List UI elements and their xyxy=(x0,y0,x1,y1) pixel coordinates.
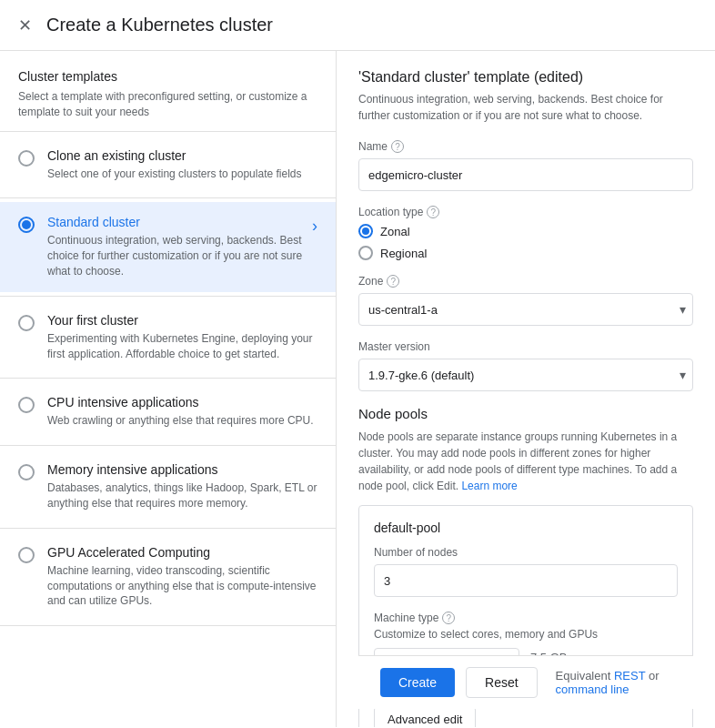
template-content-gpu: GPU Accelerated Computing Machine learni… xyxy=(47,545,317,609)
name-label: Name ? xyxy=(358,140,693,153)
left-panel-header: Cluster templates Select a template with… xyxy=(0,69,336,127)
zone-select[interactable]: us-central1-a us-central1-b us-central1-… xyxy=(358,293,693,326)
header: ✕ Create a Kubernetes cluster xyxy=(0,0,715,51)
right-panel: 'Standard cluster' template (edited) Con… xyxy=(337,51,715,727)
right-panel-subtitle: Continuous integration, web serving, bac… xyxy=(358,91,693,124)
node-pool-name: default-pool xyxy=(374,521,678,535)
name-input[interactable] xyxy=(358,158,693,191)
radio-memory xyxy=(18,464,35,480)
template-content-first: Your first cluster Experimenting with Ku… xyxy=(47,313,317,362)
node-pools-title: Node pools xyxy=(358,406,693,421)
name-field-group: Name ? xyxy=(358,140,693,191)
template-desc-first: Experimenting with Kubernetes Engine, de… xyxy=(47,331,317,362)
advanced-edit-button[interactable]: Advanced edit xyxy=(374,706,476,727)
left-panel: Cluster templates Select a template with… xyxy=(0,51,337,727)
zone-help-icon[interactable]: ? xyxy=(387,275,399,288)
template-item-cpu[interactable]: CPU intensive applications Web crawling … xyxy=(0,382,336,441)
template-name-clone: Clone an existing cluster xyxy=(47,148,317,163)
location-type-group: Location type ? Zonal Regional xyxy=(358,206,693,260)
name-help-icon[interactable]: ? xyxy=(391,140,404,153)
num-nodes-label: Number of nodes xyxy=(374,546,678,559)
node-pools-desc: Node pools are separate instance groups … xyxy=(358,429,693,494)
page-title: Create a Kubernetes cluster xyxy=(46,15,273,35)
radio-cpu xyxy=(18,397,35,413)
radio-zonal[interactable]: Zonal xyxy=(358,224,693,238)
template-name-first: Your first cluster xyxy=(47,313,317,328)
machine-type-label: Machine type ? xyxy=(374,612,678,624)
template-desc-clone: Select one of your existing clusters to … xyxy=(47,167,317,182)
command-line-link[interactable]: command line xyxy=(556,682,629,696)
template-name-memory: Memory intensive applications xyxy=(47,462,317,477)
radio-zonal-circle xyxy=(358,224,373,238)
template-desc-cpu: Web crawling or anything else that requi… xyxy=(47,413,317,429)
bottom-bar: Create Reset Equivalent REST or command … xyxy=(358,655,693,709)
location-type-label: Location type ? xyxy=(358,206,693,218)
master-version-group: Master version 1.9.7-gke.6 (default) 1.9… xyxy=(358,340,693,391)
learn-more-link[interactable]: Learn more xyxy=(461,480,517,492)
zone-field-group: Zone ? us-central1-a us-central1-b us-ce… xyxy=(358,275,693,326)
template-content-standard: Standard cluster Continuous integration,… xyxy=(47,215,305,278)
template-item-gpu[interactable]: GPU Accelerated Computing Machine learni… xyxy=(0,532,336,622)
template-desc-gpu: Machine learning, video transcoding, sci… xyxy=(47,563,317,609)
template-item-first[interactable]: Your first cluster Experimenting with Ku… xyxy=(0,300,336,375)
master-version-label: Master version xyxy=(358,340,693,353)
radio-zonal-label: Zonal xyxy=(380,225,410,238)
template-name-gpu: GPU Accelerated Computing xyxy=(47,545,317,560)
num-nodes-group: Number of nodes xyxy=(374,546,678,597)
master-version-select[interactable]: 1.9.7-gke.6 (default) 1.9.6-gke.1 1.8.12… xyxy=(358,359,693,391)
radio-first xyxy=(18,315,35,331)
machine-type-help-icon[interactable]: ? xyxy=(442,612,455,624)
radio-regional[interactable]: Regional xyxy=(358,246,693,260)
zone-label: Zone ? xyxy=(358,275,693,288)
template-item-memory[interactable]: Memory intensive applications Databases,… xyxy=(0,450,336,524)
radio-clone xyxy=(18,150,35,167)
equivalent-text: Equivalent REST or command line xyxy=(556,669,671,696)
create-button[interactable]: Create xyxy=(380,668,455,697)
template-content-clone: Clone an existing cluster Select one of … xyxy=(47,148,317,182)
location-help-icon[interactable]: ? xyxy=(427,206,439,218)
radio-standard xyxy=(18,217,35,233)
template-desc-standard: Continuous integration, web serving, bac… xyxy=(47,233,305,278)
zone-select-wrapper: us-central1-a us-central1-b us-central1-… xyxy=(358,293,693,326)
template-list: Clone an existing cluster Select one of … xyxy=(0,131,336,627)
template-name-cpu: CPU intensive applications xyxy=(47,395,317,410)
master-version-select-wrapper: 1.9.7-gke.6 (default) 1.9.6-gke.1 1.8.12… xyxy=(358,359,693,391)
radio-gpu xyxy=(18,547,35,563)
radio-regional-circle xyxy=(358,246,373,260)
num-nodes-input[interactable] xyxy=(374,564,678,597)
main-layout: Cluster templates Select a template with… xyxy=(0,51,715,727)
left-panel-subtitle: Select a template with preconfigured set… xyxy=(18,89,317,120)
machine-type-subtitle: Customize to select cores, memory and GP… xyxy=(374,628,678,641)
right-panel-title: 'Standard cluster' template (edited) xyxy=(358,69,693,86)
template-content-cpu: CPU intensive applications Web crawling … xyxy=(47,395,317,429)
template-name-standard: Standard cluster xyxy=(47,215,305,229)
close-icon[interactable]: ✕ xyxy=(18,15,32,35)
rest-link[interactable]: REST xyxy=(614,669,645,682)
template-item-standard[interactable]: Standard cluster Continuous integration,… xyxy=(0,202,336,291)
template-content-memory: Memory intensive applications Databases,… xyxy=(47,462,317,511)
radio-regional-label: Regional xyxy=(380,247,427,260)
template-item-clone[interactable]: Clone an existing cluster Select one of … xyxy=(0,136,336,195)
location-radio-group: Zonal Regional xyxy=(358,224,693,260)
chevron-right-icon: › xyxy=(312,217,317,236)
left-panel-title: Cluster templates xyxy=(18,69,317,84)
reset-button[interactable]: Reset xyxy=(466,667,538,698)
template-desc-memory: Databases, analytics, things like Hadoop… xyxy=(47,480,317,511)
